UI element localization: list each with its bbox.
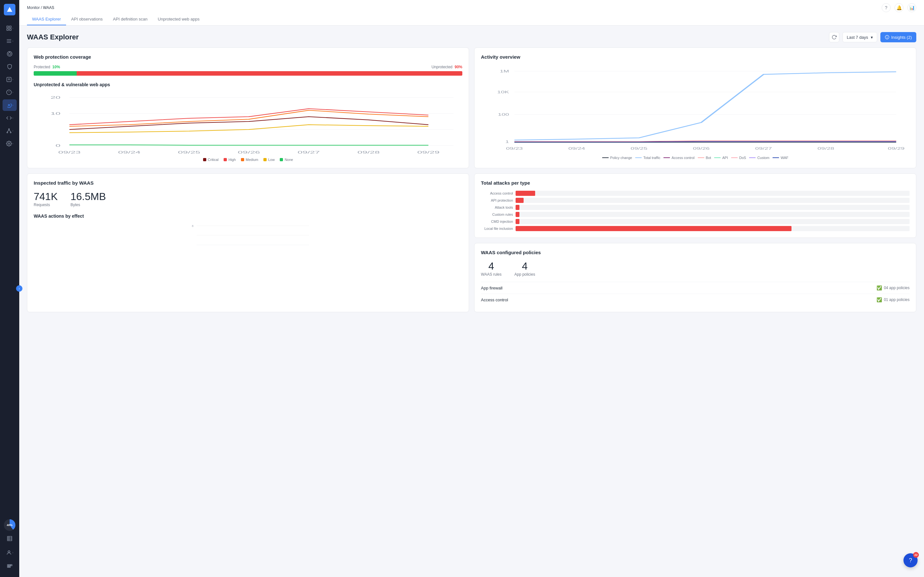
svg-point-20 (10, 132, 11, 133)
svg-text:09/24: 09/24 (118, 151, 141, 154)
requests-value: 741K (34, 191, 58, 203)
legend-dos: DoS (731, 156, 746, 160)
svg-rect-30 (9, 564, 11, 566)
help-badge: 22 (913, 552, 919, 558)
sidebar-item-network[interactable]: › (3, 125, 17, 137)
svg-text:10: 10 (51, 112, 61, 115)
legend-low: Low (263, 158, 275, 161)
attack-row-custom-rules: Custom rules (481, 212, 909, 217)
svg-point-28 (8, 551, 10, 553)
svg-text:09/27: 09/27 (755, 147, 772, 150)
sidebar-item-radar[interactable] (3, 48, 17, 60)
tab-unprotected-web-apps[interactable]: Unprotected web apps (153, 13, 205, 25)
bytes-stat: 16.5MB Bytes (71, 191, 106, 207)
legend-waf: WAF (772, 156, 788, 160)
actions-title: WAAS actions by effect (34, 213, 462, 219)
svg-text:10K: 10K (497, 90, 509, 94)
traffic-stats: 741K Requests 16.5MB Bytes (34, 191, 462, 207)
coverage-labels: Protected 10% Unprotected 90% (34, 65, 462, 69)
requests-label: Requests (34, 203, 58, 207)
svg-point-23 (8, 143, 10, 145)
actions-chart: 8 (34, 222, 462, 248)
requests-stat: 741K Requests (34, 191, 58, 207)
legend-none: None (280, 158, 293, 161)
svg-rect-2 (9, 26, 11, 27)
sidebar-item-settings[interactable]: › (3, 138, 17, 149)
svg-rect-1 (7, 26, 8, 27)
policy-item-access-control: Access control ✅ 01 app policies (481, 293, 909, 306)
date-selector[interactable]: Last 7 days ▾ (843, 32, 877, 42)
sidebar-item-reports[interactable]: › (3, 74, 17, 85)
progress-circle[interactable]: 40% (4, 519, 15, 531)
sidebar: › › › › › › › › 40% (0, 0, 19, 577)
sidebar-item-list[interactable]: › (3, 35, 17, 47)
breadcrumb: Monitor / WAAS (27, 5, 54, 10)
page-header: WAAS Explorer Last 7 days ▾ Insights (2) (27, 32, 916, 42)
help-icon-btn[interactable]: ? (882, 3, 891, 12)
sidebar-item-apps[interactable] (3, 561, 17, 572)
sidebar-item-code[interactable]: › (3, 112, 17, 124)
svg-point-19 (7, 132, 8, 133)
tab-waas-explorer[interactable]: WAAS Explorer (27, 13, 66, 25)
sidebar-expand-btn[interactable]: › (16, 285, 23, 292)
svg-point-18 (8, 129, 9, 129)
bytes-label: Bytes (71, 203, 106, 207)
coverage-title: Web protection coverage (34, 54, 462, 60)
svg-rect-31 (11, 564, 12, 566)
coverage-protected-bar (34, 71, 77, 76)
coverage-unprotected-bar (77, 71, 462, 76)
tab-api-definition-scan[interactable]: API definition scan (108, 13, 153, 25)
policies-numbers: 4 WAAS rules 4 App policies (481, 260, 909, 277)
check-icon-app-firewall: ✅ (877, 285, 882, 290)
svg-text:09/25: 09/25 (631, 147, 648, 150)
policy-item-app-firewall: App firewall ✅ 04 app policies (481, 282, 909, 293)
coverage-card: Web protection coverage Protected 10% Un… (27, 47, 469, 168)
insights-button[interactable]: Insights (2) (880, 32, 916, 42)
page-header-actions: Last 7 days ▾ Insights (2) (829, 32, 916, 42)
sidebar-item-shield[interactable] (3, 61, 17, 73)
svg-text:8: 8 (192, 224, 194, 227)
svg-marker-0 (7, 7, 13, 12)
tabs: WAAS Explorer API observations API defin… (27, 13, 916, 25)
svg-line-21 (7, 129, 9, 132)
logo[interactable] (4, 4, 15, 15)
topbar-header: Monitor / WAAS ? 🔔 📊 (27, 0, 916, 13)
sidebar-item-waas[interactable]: › (3, 99, 17, 111)
svg-text:09/27: 09/27 (297, 151, 320, 154)
notification-bell-btn[interactable]: 🔔 (895, 3, 903, 12)
svg-text:09/23: 09/23 (506, 147, 523, 150)
policy-status-access-control: ✅ 01 app policies (877, 297, 909, 302)
coverage-bar (34, 71, 462, 76)
svg-text:09/29: 09/29 (888, 147, 905, 150)
sidebar-item-user[interactable]: › (3, 547, 17, 558)
legend-high: High (224, 158, 236, 161)
svg-text:100: 100 (498, 113, 509, 116)
svg-rect-24 (7, 536, 12, 541)
main-content: Monitor / WAAS ? 🔔 📊 WAAS Explorer API o… (19, 0, 924, 577)
topbar: Monitor / WAAS ? 🔔 📊 WAAS Explorer API o… (19, 0, 924, 26)
legend-medium: Medium (241, 158, 258, 161)
svg-text:09/26: 09/26 (693, 147, 710, 150)
analytics-btn[interactable]: 📊 (907, 3, 916, 12)
refresh-button[interactable] (829, 32, 839, 42)
svg-rect-29 (7, 564, 9, 566)
attacks-list: Access control API protection (481, 191, 909, 231)
svg-text:1: 1 (505, 140, 509, 143)
help-bubble[interactable]: 22 ? (903, 553, 918, 567)
policies-card: WAAS configured policies 4 WAAS rules 4 … (474, 243, 916, 312)
svg-text:09/23: 09/23 (58, 151, 81, 154)
sidebar-item-dashboard[interactable]: › (3, 23, 17, 34)
attack-row-local-file: Local file inclusion (481, 226, 909, 231)
svg-text:09/28: 09/28 (817, 147, 834, 150)
sidebar-item-table[interactable] (3, 533, 17, 544)
svg-rect-32 (7, 566, 9, 568)
svg-text:1M: 1M (500, 69, 509, 73)
svg-text:09/28: 09/28 (357, 151, 380, 154)
svg-text:09/25: 09/25 (178, 151, 200, 154)
activity-title: Activity overview (481, 54, 909, 60)
activity-card: Activity overview 1M 10K 100 1 (474, 47, 916, 168)
svg-rect-4 (9, 29, 11, 31)
legend-critical: Critical (203, 158, 219, 161)
sidebar-item-alerts[interactable]: › (3, 87, 17, 98)
tab-api-observations[interactable]: API observations (66, 13, 108, 25)
